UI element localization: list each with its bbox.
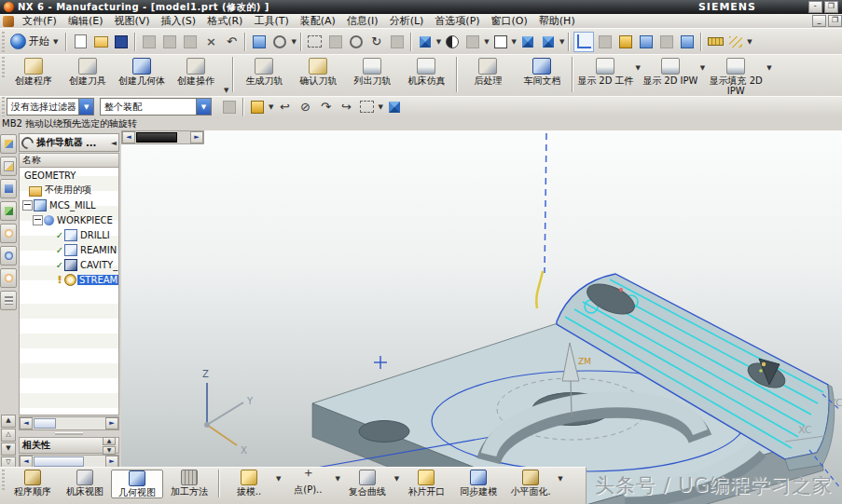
fit-view-icon[interactable] — [306, 33, 324, 51]
constraint-navigator-icon[interactable] — [0, 157, 17, 176]
orbit-icon[interactable]: ↷ — [316, 98, 335, 116]
chevron-down-icon[interactable]: ▼ — [436, 38, 441, 46]
show-info-icon[interactable] — [250, 33, 269, 51]
work-cube-icon[interactable] — [385, 98, 404, 116]
chevron-down-icon[interactable]: ▼ — [335, 475, 339, 483]
back-arrow-icon[interactable]: ↩ — [275, 98, 294, 116]
tree-row-unused-items[interactable]: 不使用的项 — [20, 183, 118, 198]
chevron-down-icon[interactable]: ▼ — [512, 38, 517, 46]
collapse-node-icon[interactable] — [22, 200, 33, 211]
dependencies-header[interactable]: 相关性 ▲ ▼ — [19, 437, 119, 454]
navigator-header[interactable]: 操作导航器 ... ◄ — [19, 133, 119, 152]
rotate-hand-icon[interactable]: ↪ — [337, 98, 355, 116]
graphics-viewport[interactable]: ZM Z Y X XC YC — [121, 130, 842, 504]
generate-toolpath-button[interactable]: 生成刀轨 — [237, 57, 291, 96]
measure-icon[interactable] — [706, 33, 725, 51]
tree-row-cavity[interactable]: ✓ CAVITY_ — [20, 257, 118, 272]
snap-point-icon[interactable] — [678, 33, 697, 51]
start-menu-button[interactable]: 开始 ▼ — [7, 32, 62, 52]
collapse-node-icon[interactable] — [33, 215, 43, 225]
paste-icon[interactable] — [181, 33, 200, 51]
chevron-down-icon[interactable]: ▼ — [766, 64, 771, 72]
background-icon[interactable] — [491, 33, 510, 51]
new-icon[interactable] — [71, 33, 90, 51]
list-toolpath-button[interactable]: 列出刀轨 — [345, 57, 399, 96]
verify-toolpath-button[interactable]: 确认刀轨 — [291, 57, 345, 96]
shop-documentation-button[interactable]: 车间文档 — [515, 57, 569, 96]
tree-row-reaming[interactable]: ✓ REAMIN — [20, 242, 118, 257]
menu-window[interactable]: 窗口(O) — [486, 14, 533, 28]
menu-assemblies[interactable]: 装配(A) — [295, 14, 341, 28]
create-tool-button[interactable]: 创建刀具 — [61, 57, 115, 96]
panel-splitter[interactable] — [17, 431, 121, 435]
move-component-icon[interactable] — [616, 33, 635, 51]
synchronous-modeling-button[interactable]: 同步建模 — [452, 470, 504, 497]
tree-row-mcs-mill[interactable]: MCS_MILL — [20, 198, 118, 212]
cut-icon[interactable] — [140, 33, 159, 51]
create-program-button[interactable]: 创建程序 — [7, 57, 61, 96]
view-section-icon[interactable] — [463, 33, 482, 51]
csys-dynamics-icon[interactable] — [573, 32, 594, 52]
no-selection-icon[interactable]: ⊘ — [296, 98, 314, 116]
machine-simulation-button[interactable]: 机床仿真 — [399, 57, 453, 96]
history-icon[interactable] — [0, 268, 17, 288]
chevron-down-icon[interactable]: ▼ — [269, 103, 273, 111]
doc-restore-button[interactable]: ❐ — [828, 15, 842, 27]
create-geometry-button[interactable]: 创建几何体 — [115, 57, 169, 96]
search-icon[interactable] — [270, 33, 289, 51]
copy-icon[interactable] — [160, 33, 179, 51]
shaded-view-icon[interactable] — [416, 33, 435, 51]
operation-navigator-icon[interactable] — [0, 179, 17, 198]
menu-file[interactable]: 文件(F) — [17, 14, 62, 28]
constraints-icon[interactable] — [596, 33, 614, 51]
chevron-down-icon[interactable]: ▼ — [747, 38, 752, 46]
program-order-view-button[interactable]: 程序顺序 — [7, 470, 59, 497]
display-2d-ipw-button[interactable]: 显示 2D IPW — [642, 57, 699, 96]
render-style-icon[interactable] — [443, 33, 462, 51]
viewport-horizontal-scrollbar[interactable]: ◄ ► — [121, 130, 204, 144]
undo-icon[interactable]: ↶ — [222, 33, 241, 51]
zoom-box-icon[interactable] — [326, 33, 345, 51]
composite-curve-button[interactable]: 复合曲线 — [341, 470, 393, 497]
part-navigator-icon[interactable] — [0, 201, 17, 221]
view-popup-icon[interactable] — [539, 33, 558, 51]
tree-horizontal-scrollbar[interactable]: ◄ ► — [19, 416, 119, 430]
chevron-down-icon[interactable]: ▼ — [291, 38, 296, 46]
tree-row-geometry[interactable]: GEOMETRY — [20, 168, 118, 183]
geometry-view-button[interactable]: 几何视图 — [111, 470, 163, 498]
menu-view[interactable]: 视图(V) — [108, 14, 155, 28]
selection-scope-dropdown[interactable]: 整个装配 ▼ — [100, 98, 212, 116]
menu-insert[interactable]: 插入(S) — [156, 14, 202, 28]
rectangle-select-icon[interactable] — [357, 98, 376, 116]
chevron-down-icon[interactable]: ▼ — [484, 38, 489, 46]
display-filled-2d-ipw-button[interactable]: 显示填充 2D IPW — [706, 57, 766, 96]
menu-preferences[interactable]: 首选项(P) — [429, 14, 485, 28]
tree-row-workpiece[interactable]: WORKPIECE — [20, 212, 118, 227]
scroll-left-icon[interactable]: ◄ — [122, 131, 135, 143]
draft-button[interactable]: 拔模.. — [223, 470, 275, 497]
scroll-right-icon[interactable]: ► — [105, 417, 118, 429]
crosshatch-icon[interactable] — [726, 33, 745, 51]
facet-body-button[interactable]: 小平面化. — [504, 470, 557, 497]
point-button[interactable]: 点(P).. — [282, 470, 334, 495]
zoom-icon[interactable] — [347, 33, 366, 51]
scroll-left-icon[interactable]: ◄ — [20, 417, 33, 429]
rotate-view-icon[interactable]: ↻ — [367, 33, 386, 51]
scroll-right-icon[interactable]: ► — [190, 131, 203, 143]
chevron-down-icon[interactable]: ▼ — [559, 38, 564, 46]
chevron-down-icon[interactable]: ▼ — [394, 475, 399, 483]
scroll-up-icon[interactable]: ▲ — [1, 415, 16, 428]
palette-icon[interactable] — [0, 291, 17, 310]
chevron-down-icon[interactable]: ▼ — [276, 475, 281, 483]
machine-tool-view-button[interactable]: 机床视图 — [59, 470, 111, 497]
chevron-down-icon[interactable]: ▼ — [558, 475, 562, 483]
restore-button[interactable]: ❐ — [824, 1, 838, 13]
open-icon[interactable] — [91, 33, 110, 51]
refresh-icon[interactable] — [220, 98, 239, 116]
expand-up-icon[interactable]: ▲ — [103, 437, 116, 445]
name-column-header[interactable]: 名称 — [19, 153, 119, 168]
tree-row-streamline-selected[interactable]: ! STREAM — [20, 272, 118, 287]
create-operation-button[interactable]: 创建操作 — [169, 57, 223, 96]
menu-edit[interactable]: 编辑(E) — [62, 14, 109, 28]
tree-row-drilling[interactable]: ✓ DRILLI — [20, 227, 118, 242]
